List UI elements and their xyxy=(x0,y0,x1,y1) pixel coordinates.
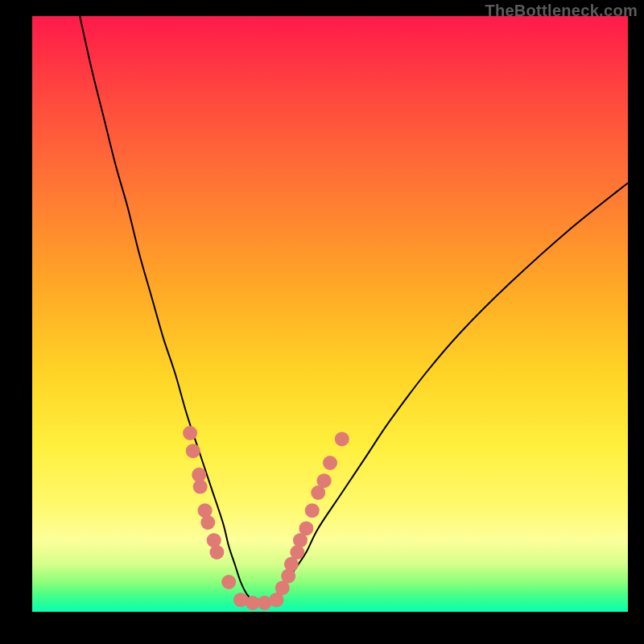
chart-overlay-svg xyxy=(32,16,628,612)
data-point xyxy=(335,431,349,446)
bottleneck-curve xyxy=(80,16,628,601)
data-point xyxy=(200,515,215,530)
data-point xyxy=(299,521,313,535)
data-point xyxy=(209,545,224,559)
watermark-label: TheBottleneck.com xyxy=(485,2,638,20)
data-point xyxy=(186,444,200,458)
curve-group xyxy=(80,16,628,601)
data-point xyxy=(193,480,208,494)
data-point xyxy=(221,575,236,589)
data-point xyxy=(183,426,197,440)
data-point xyxy=(305,503,320,518)
data-point xyxy=(317,473,332,488)
data-point xyxy=(323,456,337,470)
